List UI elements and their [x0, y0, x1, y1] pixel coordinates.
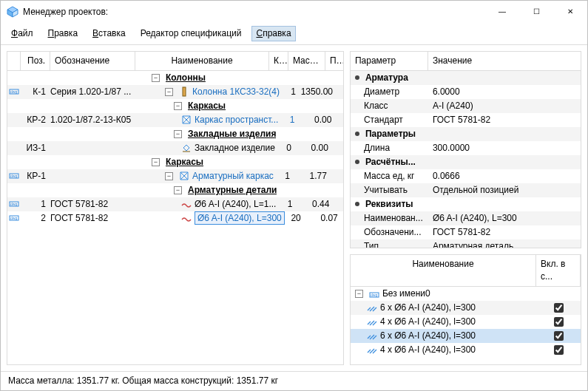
menubar: Файл Правка Вставка Редактор спецификаци… — [1, 23, 587, 45]
includes-item[interactable]: 4 x Ø6 A-I (А240), l=300 — [351, 343, 581, 357]
item-label[interactable]: Арматурный каркас — [192, 170, 274, 183]
includes-naim-header[interactable]: Наименование — [351, 255, 536, 286]
status-bar: Масса металла: 1351.77 кг. Общая масса к… — [1, 371, 587, 390]
col-qty-header[interactable]: К... — [269, 52, 288, 70]
embed-icon — [181, 143, 192, 153]
hatch-icon — [367, 330, 377, 341]
status-text: Масса металла: 1351.77 кг. Общая масса к… — [8, 375, 278, 386]
param-value[interactable]: A-I (А240) — [428, 100, 581, 112]
expander-icon[interactable]: − — [174, 130, 182, 138]
param-massa-ed: Масса ед, кг — [351, 170, 428, 183]
group-arm-det[interactable]: −Арматурные детали — [7, 183, 343, 197]
hatch-icon — [367, 344, 377, 355]
includes-root-row[interactable]: − Без имени0 — [351, 287, 581, 301]
param-value[interactable]: Ø6 A-I (А240), L=300 — [428, 212, 581, 225]
param-naimenovanie: Наименован... — [351, 212, 428, 225]
root-label: Без имени0 — [382, 288, 430, 300]
col-p-header[interactable]: П... — [325, 52, 343, 70]
group-rekvizity: Реквизиты — [351, 198, 428, 211]
param-value[interactable]: 300.0000 — [428, 142, 581, 154]
param-value[interactable]: Арматурная деталь — [428, 240, 581, 248]
col-poz-header[interactable]: Поз. — [21, 52, 50, 70]
param-col-header[interactable]: Параметр — [351, 52, 428, 70]
item-label: Ø6 A-I (А240), L=1... — [195, 198, 276, 211]
expander-icon[interactable]: − — [165, 172, 173, 180]
includes-panel: Наименование Вкл. в с... − Без имени0 6 … — [350, 254, 581, 365]
expander-icon[interactable]: − — [165, 88, 173, 96]
col-obo-header[interactable]: Обозначение — [50, 52, 135, 70]
expander-icon[interactable]: − — [174, 102, 182, 110]
group-zakl[interactable]: −Закладные изделия — [7, 127, 343, 141]
row-rebar-2[interactable]: 2 ГОСТ 5781-82 Ø6 A-I (А240), L=300 20 0… — [7, 211, 343, 225]
minimize-button[interactable]: — — [485, 1, 519, 23]
menu-file[interactable]: Файл — [7, 26, 38, 41]
includes-vkl-header[interactable]: Вкл. в с... — [536, 255, 581, 286]
frame-icon — [179, 171, 189, 181]
titlebar: Менеджер проектов: — ☐ ✕ — [1, 1, 587, 23]
param-value[interactable]: Отдельной позицией — [428, 184, 581, 197]
include-label: 4 x Ø6 A-I (А240), l=300 — [380, 344, 476, 356]
group-kolonny[interactable]: −Колонны — [7, 71, 343, 85]
param-header: Параметр Значение — [351, 52, 581, 71]
group-raschet: Расчётны... — [351, 156, 428, 169]
include-checkbox[interactable] — [554, 345, 564, 355]
rebar-icon — [181, 199, 192, 209]
param-value[interactable]: 6.0000 — [428, 86, 581, 98]
item-label-selected[interactable]: Ø6 A-I (А240), L=300 — [195, 211, 285, 225]
includes-item-selected[interactable]: 6 x Ø6 A-I (А240), l=300 — [351, 329, 581, 343]
maximize-button[interactable]: ☐ — [519, 1, 553, 23]
param-standard: Стандарт — [351, 114, 428, 126]
hatch-icon — [367, 302, 377, 313]
param-tip: Тип — [351, 240, 428, 248]
expander-icon[interactable]: − — [355, 290, 363, 298]
menu-help[interactable]: Справка — [251, 26, 295, 41]
group-karkasy-1[interactable]: −Каркасы — [7, 99, 343, 113]
param-value[interactable]: ГОСТ 5781-82 — [428, 114, 581, 126]
row-rebar-1[interactable]: 1 ГОСТ 5781-82 Ø6 A-I (А240), L=1... 1 0… — [7, 197, 343, 211]
include-checkbox[interactable] — [554, 317, 564, 327]
row-k1[interactable]: К-1 Серия 1.020-1/87 ... − Колонна 1КС33… — [7, 85, 343, 99]
content-area: Поз. Обозначение Наименование К... Масса… — [1, 45, 587, 371]
expander-icon[interactable]: − — [152, 158, 160, 166]
menu-edit[interactable]: Правка — [44, 26, 83, 41]
frame-icon — [181, 115, 192, 125]
dwg-icon — [9, 169, 19, 180]
item-label[interactable]: Каркас пространст... — [195, 114, 278, 126]
group-parametry: Параметры — [351, 128, 428, 140]
param-value[interactable]: 0.0666 — [428, 170, 581, 183]
includes-body[interactable]: − Без имени0 6 x Ø6 A-I (А240), l=300 4 … — [351, 287, 581, 364]
structure-tree-body[interactable]: −Колонны К-1 Серия 1.020-1/87 ... − Коло… — [7, 71, 343, 365]
param-klass: Класс — [351, 100, 428, 112]
expander-icon[interactable]: − — [152, 74, 160, 82]
param-value[interactable]: ГОСТ 5781-82 — [428, 226, 581, 239]
col-naim-header[interactable]: Наименование — [135, 52, 269, 70]
value-col-header[interactable]: Значение — [428, 52, 581, 70]
window-title: Менеджер проектов: — [23, 6, 485, 18]
row-kr1[interactable]: КР-1 − Арматурный каркас 1 1.77 — [7, 169, 343, 183]
dwg-icon — [369, 288, 379, 299]
close-button[interactable]: ✕ — [553, 1, 587, 23]
include-checkbox[interactable] — [554, 331, 564, 341]
param-body[interactable]: Арматура Диаметр6.0000 КлассA-I (А240) С… — [351, 71, 581, 248]
item-label[interactable]: Колонна 1КС33-32(4) — [192, 86, 280, 98]
param-dlina: Длина — [351, 142, 428, 154]
param-oboznachenie: Обозначени... — [351, 226, 428, 239]
group-karkasy-2[interactable]: −Каркасы — [7, 155, 343, 169]
includes-item[interactable]: 4 x Ø6 A-I (А240), l=300 — [351, 315, 581, 329]
menu-insert[interactable]: Вставка — [88, 26, 130, 41]
menu-spec-editor[interactable]: Редактор спецификаций — [136, 26, 246, 41]
row-iz1[interactable]: ИЗ-1 Закладное изделие 0 0.00 — [7, 141, 343, 155]
includes-item[interactable]: 6 x Ø6 A-I (А240), l=300 — [351, 301, 581, 315]
col-mass-header[interactable]: Масса ... — [288, 52, 325, 70]
project-manager-window: Менеджер проектов: — ☐ ✕ Файл Правка Вст… — [0, 0, 588, 391]
includes-header: Наименование Вкл. в с... — [351, 255, 581, 287]
parameters-panel: Параметр Значение Арматура Диаметр6.0000… — [350, 51, 581, 248]
group-armatura: Арматура — [351, 72, 428, 84]
expander-icon[interactable]: − — [174, 186, 182, 194]
hatch-icon — [367, 316, 377, 327]
include-label: 6 x Ø6 A-I (А240), l=300 — [380, 330, 476, 342]
column-icon — [179, 86, 189, 97]
include-checkbox[interactable] — [554, 303, 564, 313]
row-kr2[interactable]: КР-2 1.020-1/87.2-13-К05 Каркас простран… — [7, 113, 343, 127]
param-diametr: Диаметр — [351, 86, 428, 98]
